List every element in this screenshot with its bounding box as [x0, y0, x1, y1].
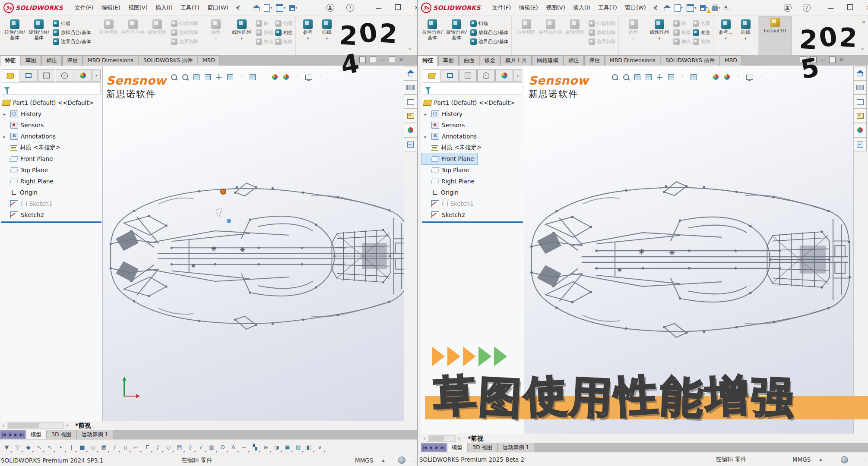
configurationmanager-tab[interactable] [459, 69, 477, 82]
graphics-area[interactable]: Sensnow 新思诺软件 [524, 66, 853, 434]
menu-item[interactable]: 编辑(E) [515, 2, 542, 13]
headsup-tool[interactable] [181, 73, 189, 81]
task-pane-tab[interactable] [404, 123, 417, 137]
close-button[interactable]: ✕ [865, 4, 868, 11]
sketch-tool[interactable]: ▨ [293, 442, 304, 453]
scroll-left-icon[interactable]: ‹ [421, 435, 428, 441]
sketch-tool[interactable]: Ω [217, 442, 228, 453]
ribbon-button[interactable]: 曲线▾ [736, 19, 756, 41]
configurationmanager-tab[interactable] [38, 69, 56, 82]
help-icon[interactable]: ? [803, 4, 811, 12]
command-tab[interactable]: MBD Dimensions [83, 55, 138, 66]
menu-item[interactable]: 插入(I) [152, 2, 177, 13]
tree-item[interactable]: Top Plane [1, 164, 101, 176]
maximize-button[interactable] [846, 4, 854, 11]
tree-item[interactable]: Right Plane [422, 176, 523, 187]
menu-item[interactable]: 工具(T) [177, 2, 203, 13]
ribbon-button[interactable]: 线性阵列▾ [647, 19, 672, 41]
account-icon[interactable] [784, 4, 792, 12]
open-button[interactable]: ▾ [275, 3, 287, 13]
tree-item[interactable]: (-) Sketch1 [422, 198, 523, 209]
headsup-tool[interactable] [723, 73, 731, 81]
rollback-bar[interactable] [1, 221, 101, 223]
graphics-area[interactable]: Sensnow 新思诺软件 [103, 66, 404, 421]
headsup-tool[interactable] [248, 73, 257, 81]
command-tab[interactable]: 评估 [62, 55, 82, 66]
featuremanager-tab[interactable] [423, 69, 440, 82]
save-button[interactable]: ▾ [699, 4, 709, 12]
sketch-tool[interactable]: ∨ [314, 442, 325, 453]
command-tab[interactable]: MBD [720, 55, 742, 66]
menu-item[interactable]: 窗口(W) [621, 2, 650, 13]
headsup-tool[interactable] [757, 73, 765, 81]
task-pane-tab[interactable] [854, 109, 867, 123]
sketch-tool[interactable]: ◆ [23, 442, 34, 453]
headsup-tool[interactable] [260, 73, 268, 81]
tab-scroll-buttons[interactable]: |◀◀▶▶| [421, 443, 447, 452]
units-label[interactable]: MMGS [792, 456, 811, 463]
view-sphere-icon[interactable] [398, 457, 405, 464]
tree-filter[interactable] [423, 82, 522, 94]
sketch-tool[interactable]: √ [196, 442, 206, 453]
rollback-bar[interactable] [422, 221, 523, 223]
headsup-tool[interactable] [293, 73, 301, 81]
tree-item[interactable]: Origin [422, 187, 523, 198]
home-button[interactable] [663, 4, 672, 12]
menu-item[interactable]: 窗口(W) [203, 2, 232, 13]
model-tab[interactable]: 运动算例 1 [77, 430, 113, 439]
displaymanager-tab[interactable] [74, 69, 92, 82]
scroll-left-icon[interactable]: ‹ [0, 422, 7, 428]
sketch-tool[interactable]: Γ [142, 442, 152, 453]
headsup-tool[interactable] [734, 73, 742, 81]
command-tab[interactable]: 网格建模 [532, 55, 563, 66]
car-sketch[interactable] [106, 177, 404, 335]
propertymanager-tab[interactable] [20, 69, 38, 82]
tree-item[interactable]: Sketch2 [422, 209, 523, 220]
sketch-tool[interactable]: A [228, 442, 239, 453]
task-pane-tab[interactable] [854, 123, 867, 137]
tree-item[interactable]: Annotations [1, 131, 101, 142]
tab-scroll-buttons[interactable]: |◀◀▶▶| [0, 430, 25, 439]
menu-item[interactable]: 编辑(E) [97, 2, 124, 13]
model-tab[interactable]: 3D 视图 [47, 430, 76, 439]
dimxpert-tab[interactable] [477, 69, 495, 82]
headsup-tool[interactable] [237, 73, 245, 81]
sketch-tool[interactable]: ■ [77, 442, 88, 453]
tree-item[interactable]: Front Plane [422, 153, 477, 164]
menu-item[interactable]: 视图(V) [124, 2, 152, 13]
sketch-tool[interactable]: ▯ [120, 442, 131, 453]
ribbon-button[interactable]: 曲线▾ [317, 19, 336, 41]
units-dropdown-icon[interactable]: ▲ [819, 457, 822, 462]
sketch-tool[interactable]: ▽ [12, 442, 23, 453]
headsup-tool[interactable] [304, 73, 313, 81]
headsup-tool[interactable] [656, 73, 664, 81]
tree-item[interactable]: Origin [1, 187, 101, 198]
command-tab[interactable]: 标注 [564, 55, 584, 66]
command-tab[interactable]: 草图 [438, 55, 459, 66]
units-label[interactable]: MMGS [355, 457, 373, 464]
sketch-tool[interactable]: ▣ [282, 442, 293, 453]
headsup-tool[interactable] [316, 73, 324, 81]
minimize-button[interactable]: — [375, 4, 383, 11]
command-tab[interactable]: MBD [198, 55, 220, 66]
headsup-tool[interactable] [203, 73, 212, 81]
sketch-tool[interactable]: ∕ [109, 442, 120, 453]
save-button[interactable]: ▾ [288, 4, 298, 12]
sketch-tool[interactable]: ◧ [304, 442, 314, 453]
pin-icon[interactable] [235, 5, 241, 11]
task-pane-tab[interactable] [854, 80, 867, 94]
help-icon[interactable]: ? [346, 4, 354, 12]
tree-root[interactable]: Part1 (Default) <<Default>_ [1, 97, 101, 108]
command-tab[interactable]: 特征 [418, 55, 438, 66]
task-pane-tab[interactable] [404, 80, 417, 94]
print-button[interactable]: ▾ [710, 4, 722, 12]
tree-item[interactable]: 材质 <未指定> [1, 142, 101, 153]
headsup-tool[interactable] [644, 73, 653, 81]
sketch-tool[interactable]: ▥ [206, 442, 217, 453]
units-dropdown-icon[interactable]: ▲ [382, 458, 385, 463]
horizontal-scrollbar[interactable]: ‹ › *前视 [421, 434, 868, 443]
ribbon-button[interactable]: 放样凸台/基体 [53, 29, 91, 36]
selected-sketch-point[interactable] [220, 189, 226, 195]
ribbon-button[interactable]: 相交 [275, 29, 293, 36]
headsup-tool[interactable] [192, 73, 200, 81]
